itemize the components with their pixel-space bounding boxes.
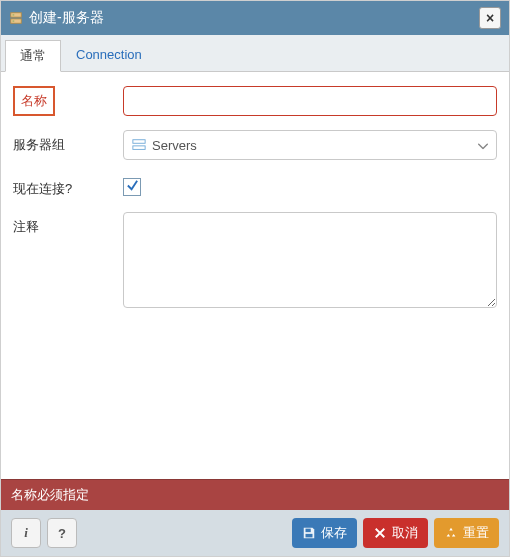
tab-label: 通常 xyxy=(20,48,46,63)
recycle-icon xyxy=(444,526,458,540)
help-button[interactable]: ? xyxy=(47,518,77,548)
name-label: 名称 xyxy=(13,86,55,116)
help-icon: ? xyxy=(58,526,66,541)
close-button[interactable]: × xyxy=(479,7,501,29)
row-comment: 注释 xyxy=(13,212,497,311)
name-input[interactable] xyxy=(123,86,497,116)
cancel-label: 取消 xyxy=(392,524,418,542)
tab-general[interactable]: 通常 xyxy=(5,40,61,72)
form-body: 名称 服务器组 Servers 现在连接? xyxy=(1,72,509,479)
server-group-label: 服务器组 xyxy=(13,130,123,154)
tab-label: Connection xyxy=(76,47,142,62)
svg-rect-2 xyxy=(13,15,15,16)
control xyxy=(123,174,497,196)
connect-now-label: 现在连接? xyxy=(13,174,123,198)
dialog-title: 创建-服务器 xyxy=(29,9,479,27)
info-button[interactable]: i xyxy=(11,518,41,548)
reset-button[interactable]: 重置 xyxy=(434,518,499,548)
svg-rect-0 xyxy=(11,13,22,17)
svg-rect-1 xyxy=(11,19,22,23)
cancel-button[interactable]: 取消 xyxy=(363,518,428,548)
row-connect-now: 现在连接? xyxy=(13,174,497,198)
floppy-icon xyxy=(302,526,316,540)
label-wrap: 名称 xyxy=(13,86,123,116)
dialog: 创建-服务器 × 通常 Connection 名称 服务器组 xyxy=(0,0,510,557)
info-icon: i xyxy=(24,525,28,541)
error-bar: 名称必须指定 xyxy=(1,479,509,510)
save-button[interactable]: 保存 xyxy=(292,518,357,548)
svg-rect-7 xyxy=(306,534,313,538)
server-group-icon xyxy=(132,138,146,152)
row-name: 名称 xyxy=(13,86,497,116)
control xyxy=(123,86,497,116)
server-icon xyxy=(9,11,23,25)
tab-connection[interactable]: Connection xyxy=(61,40,157,72)
chevron-down-icon xyxy=(478,138,488,153)
svg-rect-6 xyxy=(306,529,311,533)
reset-label: 重置 xyxy=(463,524,489,542)
footer: i ? 保存 取消 重置 xyxy=(1,510,509,556)
control: Servers xyxy=(123,130,497,160)
connect-now-checkbox[interactable] xyxy=(123,178,141,196)
error-message: 名称必须指定 xyxy=(11,487,89,502)
row-server-group: 服务器组 Servers xyxy=(13,130,497,160)
titlebar: 创建-服务器 × xyxy=(1,1,509,35)
server-group-value: Servers xyxy=(152,138,197,153)
check-icon xyxy=(126,179,139,195)
svg-rect-4 xyxy=(133,140,145,144)
x-icon xyxy=(373,526,387,540)
comment-textarea[interactable] xyxy=(123,212,497,308)
comment-label: 注释 xyxy=(13,212,123,236)
save-label: 保存 xyxy=(321,524,347,542)
svg-rect-3 xyxy=(13,21,15,22)
tab-bar: 通常 Connection xyxy=(1,35,509,72)
close-icon: × xyxy=(486,10,494,26)
control xyxy=(123,212,497,311)
svg-rect-5 xyxy=(133,146,145,150)
server-group-select[interactable]: Servers xyxy=(123,130,497,160)
